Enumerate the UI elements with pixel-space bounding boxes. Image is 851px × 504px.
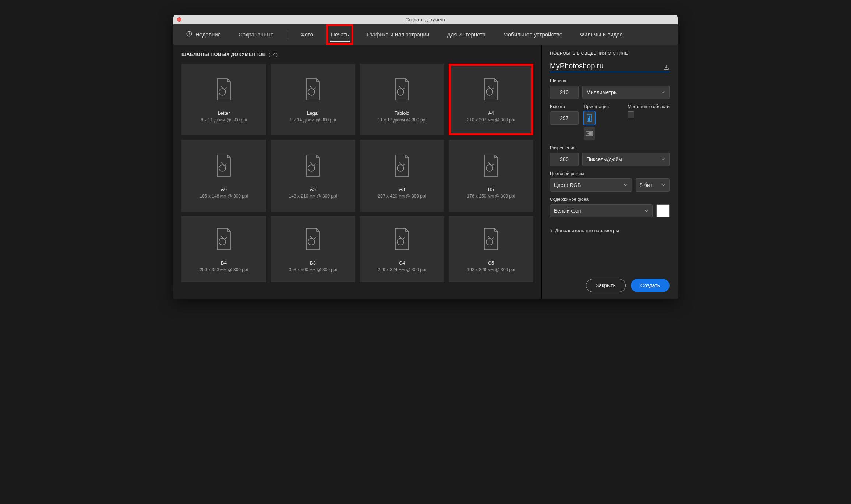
preset-meta: 176 x 250 мм @ 300 ppi — [467, 194, 515, 199]
document-icon — [302, 226, 324, 252]
portrait-icon — [587, 114, 592, 122]
preset-meta: 148 x 210 мм @ 300 ppi — [289, 194, 337, 199]
height-label: Высота — [550, 104, 579, 109]
preset-grid: Letter8 x 11 дюйм @ 300 ppiLegal8 x 14 д… — [181, 64, 533, 282]
chevron-down-icon — [644, 209, 649, 213]
color-mode-label: Цветовой режим — [550, 171, 670, 176]
tab-recent[interactable]: Недавние — [181, 24, 225, 45]
bg-select[interactable]: Белый фон — [550, 204, 653, 217]
chevron-down-icon — [624, 183, 628, 187]
svg-point-9 — [219, 238, 226, 245]
svg-point-14 — [589, 116, 590, 118]
preset-name: Letter — [218, 110, 230, 116]
svg-point-12 — [486, 238, 493, 245]
bg-label: Содержимое фона — [550, 197, 670, 202]
preset-a5[interactable]: A5148 x 210 мм @ 300 ppi — [271, 140, 355, 212]
document-icon — [480, 77, 502, 102]
document-icon — [213, 77, 235, 102]
svg-point-8 — [486, 165, 493, 171]
document-icon — [302, 77, 324, 102]
preset-meta: 162 x 229 мм @ 300 ppi — [467, 267, 515, 272]
preset-legal[interactable]: Legal8 x 14 дюйм @ 300 ppi — [271, 64, 355, 135]
chevron-down-icon — [661, 157, 665, 162]
width-label: Ширина — [550, 78, 670, 84]
document-icon — [391, 77, 413, 102]
orientation-landscape-button[interactable] — [584, 127, 595, 140]
width-input[interactable]: 210 — [550, 86, 579, 99]
svg-point-10 — [308, 238, 315, 245]
create-button[interactable]: Создать — [631, 279, 670, 292]
details-heading: ПОДРОБНЫЕ СВЕДЕНИЯ О СТИЛЕ — [550, 51, 670, 56]
svg-point-1 — [219, 89, 226, 95]
preset-a6[interactable]: A6105 x 148 мм @ 300 ppi — [181, 140, 266, 212]
preset-name: A4 — [488, 110, 494, 116]
preset-b3[interactable]: B3353 x 500 мм @ 300 ppi — [271, 216, 355, 282]
preset-name: B4 — [221, 260, 227, 266]
preset-name: A5 — [310, 187, 316, 192]
preset-meta: 210 x 297 мм @ 300 ppi — [467, 117, 515, 123]
document-icon — [391, 226, 413, 252]
svg-rect-18 — [589, 132, 592, 135]
chevron-right-icon — [550, 229, 553, 233]
svg-point-5 — [219, 165, 226, 171]
height-input[interactable]: 297 — [550, 111, 579, 125]
document-icon — [480, 226, 502, 252]
color-mode-select[interactable]: Цвета RGB — [550, 178, 632, 192]
artboards-checkbox[interactable] — [628, 111, 634, 118]
preset-a3[interactable]: A3297 x 420 мм @ 300 ppi — [360, 140, 444, 212]
tab-film[interactable]: Фильмы и видео — [576, 24, 627, 45]
preset-name: A3 — [399, 187, 405, 192]
svg-point-17 — [587, 133, 589, 134]
svg-point-7 — [397, 165, 404, 171]
document-icon — [302, 153, 324, 178]
svg-point-11 — [397, 238, 404, 245]
preset-name: Legal — [307, 110, 319, 116]
preset-b5[interactable]: B5176 x 250 мм @ 300 ppi — [449, 140, 533, 212]
tabs-divider — [287, 30, 287, 39]
preset-b4[interactable]: B4250 x 353 мм @ 300 ppi — [181, 216, 266, 282]
svg-point-6 — [308, 165, 315, 171]
resolution-label: Разрешение — [550, 145, 670, 150]
preset-meta: 250 x 353 мм @ 300 ppi — [200, 267, 248, 272]
resolution-input[interactable]: 300 — [550, 153, 579, 166]
preset-name: Tabloid — [394, 110, 409, 116]
document-icon — [213, 226, 235, 252]
preset-a4[interactable]: A4210 x 297 мм @ 300 ppi — [449, 64, 533, 135]
bg-color-swatch[interactable] — [656, 204, 670, 217]
tab-graphics[interactable]: Графика и иллюстрации — [362, 24, 434, 45]
preset-name-input[interactable] — [550, 62, 659, 70]
svg-point-2 — [308, 89, 315, 95]
resolution-units-select[interactable]: Пикселы/дюйм — [582, 153, 670, 166]
bit-depth-select[interactable]: 8 бит — [636, 178, 670, 192]
tab-print[interactable]: Печать — [326, 24, 353, 45]
chevron-down-icon — [661, 90, 665, 95]
artboards-label: Монтажные области — [628, 104, 670, 109]
window-title: Создать документ — [173, 17, 678, 22]
preset-meta: 8 x 14 дюйм @ 300 ppi — [290, 117, 336, 123]
tab-saved[interactable]: Сохраненные — [234, 24, 278, 45]
dialog-footer: Закрыть Создать — [550, 274, 670, 292]
preset-meta: 297 x 420 мм @ 300 ppi — [378, 194, 426, 199]
preset-meta: 105 x 148 мм @ 300 ppi — [200, 194, 248, 199]
clock-icon — [186, 31, 195, 38]
units-select[interactable]: Миллиметры — [582, 86, 670, 99]
tab-web[interactable]: Для Интернета — [442, 24, 490, 45]
orientation-portrait-button[interactable] — [584, 111, 595, 125]
window-close-button[interactable] — [177, 17, 181, 22]
document-icon — [391, 153, 413, 178]
svg-point-4 — [486, 89, 493, 95]
preset-meta: 229 x 324 мм @ 300 ppi — [378, 267, 426, 272]
svg-rect-15 — [588, 118, 590, 121]
preset-letter[interactable]: Letter8 x 11 дюйм @ 300 ppi — [181, 64, 266, 135]
save-preset-icon[interactable] — [663, 64, 670, 70]
preset-name: B5 — [488, 187, 494, 192]
close-button[interactable]: Закрыть — [586, 279, 626, 292]
preset-c4[interactable]: C4229 x 324 мм @ 300 ppi — [360, 216, 444, 282]
tab-mobile[interactable]: Мобильное устройство — [499, 24, 567, 45]
document-icon — [213, 153, 235, 178]
preset-tabloid[interactable]: Tabloid11 x 17 дюйм @ 300 ppi — [360, 64, 444, 135]
advanced-toggle[interactable]: Дополнительные параметры — [550, 228, 670, 233]
preset-meta: 8 x 11 дюйм @ 300 ppi — [201, 117, 247, 123]
preset-c5[interactable]: C5162 x 229 мм @ 300 ppi — [449, 216, 533, 282]
tab-photo[interactable]: Фото — [296, 24, 317, 45]
